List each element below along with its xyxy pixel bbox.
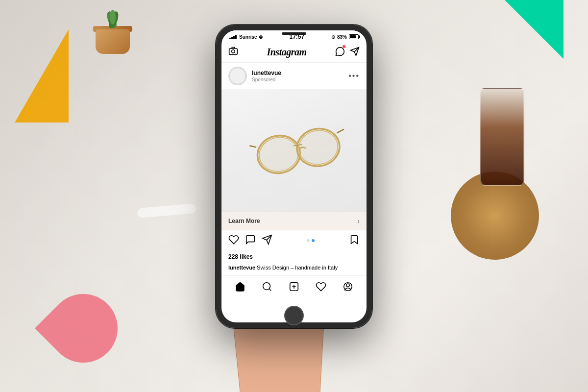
carousel-dot-1 bbox=[307, 239, 310, 242]
phone-wrapper: Sunrise ⊜ 17:57 ⊙ 83% bbox=[216, 24, 372, 328]
caption-text: lunettevue Swiss Design – handmade in It… bbox=[228, 265, 338, 270]
post-username: lunettevue bbox=[252, 70, 281, 77]
nav-search[interactable] bbox=[258, 280, 276, 294]
action-icons-left bbox=[228, 234, 272, 247]
wifi-icon: ⊜ bbox=[259, 34, 263, 40]
phone-body: Sunrise ⊜ 17:57 ⊙ 83% bbox=[216, 24, 372, 328]
signal-bar-2 bbox=[231, 37, 233, 39]
carrier-name: Sunrise bbox=[239, 34, 257, 40]
battery-icon bbox=[349, 34, 359, 39]
post-header: lunettevue Sponsored ••• bbox=[221, 63, 367, 89]
caption: lunettevue Swiss Design – handmade in It… bbox=[221, 262, 367, 275]
coffee-glass bbox=[480, 88, 524, 186]
nav-profile[interactable] bbox=[339, 280, 357, 294]
likes-section: 228 likes bbox=[221, 251, 367, 262]
action-bar bbox=[221, 230, 367, 251]
signal-bar-1 bbox=[229, 38, 231, 39]
phone-screen: Sunrise ⊜ 17:57 ⊙ 83% bbox=[221, 30, 367, 322]
instagram-logo: Instagram bbox=[267, 47, 306, 58]
share-icon[interactable] bbox=[262, 234, 272, 247]
svg-point-4 bbox=[232, 50, 235, 53]
svg-point-14 bbox=[263, 283, 270, 290]
heart-icon[interactable] bbox=[228, 234, 239, 247]
signal-bars bbox=[229, 35, 237, 39]
comment-icon[interactable] bbox=[245, 234, 256, 247]
carousel-dots bbox=[272, 239, 349, 242]
caption-username: lunettevue bbox=[228, 265, 255, 270]
orange-triangle-decoration bbox=[15, 29, 69, 122]
carousel-dot-2 bbox=[312, 239, 315, 242]
post-menu-dots[interactable]: ••• bbox=[348, 72, 360, 80]
status-carrier: Sunrise ⊜ bbox=[229, 34, 263, 40]
nav-plus[interactable] bbox=[285, 280, 303, 294]
post-sponsored-label: Sponsored bbox=[252, 77, 281, 82]
nav-home[interactable] bbox=[231, 280, 249, 294]
location-icon: ⊙ bbox=[331, 34, 335, 40]
post-image bbox=[221, 89, 367, 212]
learn-more-bar[interactable]: Learn More › bbox=[221, 212, 367, 230]
camera-icon[interactable] bbox=[228, 46, 238, 58]
glasses-svg bbox=[246, 118, 352, 188]
battery-fill bbox=[350, 35, 356, 38]
svg-point-2 bbox=[110, 10, 116, 24]
direct-message-icon[interactable] bbox=[335, 47, 345, 58]
notification-badge bbox=[342, 45, 346, 49]
battery-percent: 83% bbox=[337, 34, 347, 40]
plant-pot bbox=[88, 10, 137, 54]
svg-point-20 bbox=[346, 284, 349, 287]
post-user-text: lunettevue Sponsored bbox=[252, 70, 281, 83]
likes-count: 228 likes bbox=[228, 253, 253, 260]
status-right: ⊙ 83% bbox=[331, 34, 359, 40]
plant-leaves bbox=[100, 10, 125, 34]
learn-more-arrow: › bbox=[357, 217, 360, 225]
post-user-info[interactable]: lunettevue Sponsored bbox=[228, 67, 281, 85]
caption-content: Swiss Design – handmade in Italy bbox=[255, 265, 338, 270]
bottom-nav bbox=[221, 275, 367, 298]
home-button[interactable] bbox=[284, 306, 304, 325]
instagram-header: Instagram bbox=[221, 42, 367, 63]
avatar-image bbox=[229, 68, 246, 84]
direct-send-icon[interactable] bbox=[350, 47, 360, 58]
bookmark-icon[interactable] bbox=[349, 234, 360, 247]
learn-more-text: Learn More bbox=[228, 218, 260, 224]
nav-heart[interactable] bbox=[312, 280, 330, 294]
svg-line-15 bbox=[269, 289, 271, 291]
avatar-ring bbox=[228, 67, 247, 85]
signal-bar-3 bbox=[233, 36, 235, 39]
signal-bar-4 bbox=[235, 35, 237, 39]
phone-earpiece bbox=[282, 32, 306, 35]
header-icons-right bbox=[335, 47, 360, 58]
